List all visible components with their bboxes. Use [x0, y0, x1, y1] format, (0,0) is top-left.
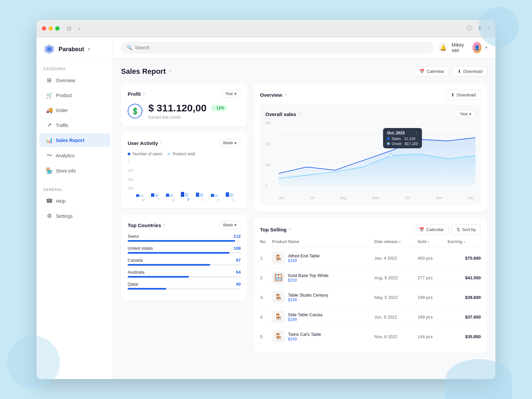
- product-name: Twins Cal's Table: [288, 332, 321, 337]
- overview-card: Overview ? ⬆ Download: [253, 83, 487, 212]
- sidebar-item-analytics[interactable]: 〜 Analytics: [39, 148, 110, 163]
- x-label: M: [136, 198, 151, 202]
- row-sold: 277 pcs: [418, 275, 448, 280]
- row-sold: 400 pcs: [418, 256, 448, 261]
- ua-filter[interactable]: Week ▾: [219, 139, 241, 147]
- order-icon: 🚚: [46, 107, 53, 114]
- x-label: S: [211, 198, 226, 202]
- countries-filter[interactable]: Week ▾: [219, 221, 241, 229]
- x-label: F: [196, 198, 211, 202]
- date-sort-icon: ▾: [399, 240, 401, 244]
- country-count: 87: [236, 258, 241, 263]
- top-selling-help-icon[interactable]: ?: [289, 227, 291, 232]
- category-section-label: CATEGORY: [37, 62, 113, 73]
- product-name: Alfred End Table: [288, 253, 320, 258]
- profit-help-icon[interactable]: ?: [143, 91, 145, 96]
- header-actions: 📅 Calendar ⬇ Download: [414, 66, 487, 76]
- table-row: 5. 🪑 Twins Cal's Table $249 Nov, 8 2022 …: [260, 327, 481, 346]
- sidebar-item-product[interactable]: 🛒 Product: [39, 88, 110, 102]
- product-name: Side Table Cassia: [288, 312, 323, 317]
- settings-icon: ⚙: [46, 212, 53, 219]
- info-icon[interactable]: ⓘ: [467, 25, 472, 32]
- progress-bar-fill: [128, 240, 235, 242]
- row-sold: 199 pcs: [418, 295, 448, 300]
- new-tab-icon[interactable]: +: [487, 25, 490, 32]
- chart-y-labels: 600 400 200 0: [128, 160, 133, 197]
- col-sold-header[interactable]: Sold ▾: [418, 239, 448, 244]
- table-row: 2. 🪟 Gold Base Top White $150 Aug, 9 202…: [260, 268, 481, 288]
- search-icon: 🔍: [127, 45, 132, 50]
- back-icon[interactable]: ‹: [78, 26, 80, 32]
- overall-filter[interactable]: Year ▾: [456, 110, 475, 118]
- top-selling-calendar-button[interactable]: 📅 Calendar: [414, 224, 449, 235]
- title-bar: ⊡ ‹ ⓘ ⬆ +: [37, 20, 495, 37]
- overview-help-icon[interactable]: ?: [284, 92, 287, 97]
- store-info-icon: 🏪: [46, 167, 53, 174]
- earning-sort-icon: ▾: [464, 240, 465, 244]
- page-help-icon[interactable]: ?: [169, 68, 171, 74]
- row-number: 3.: [260, 295, 272, 300]
- product-price: $199: [288, 317, 323, 322]
- x-labels: MTWTFSS: [136, 198, 241, 202]
- x-label: T: [181, 198, 196, 202]
- bar-products: [140, 195, 143, 197]
- countries-title: Top Countries: [128, 222, 161, 228]
- ts-calendar-icon: 📅: [419, 227, 424, 232]
- avatar: 👤: [472, 42, 481, 53]
- profit-filter[interactable]: Year ▾: [221, 90, 241, 98]
- overview-icon: ⊞: [46, 77, 53, 84]
- notification-button[interactable]: 🔔: [439, 42, 448, 53]
- sidebar-item-sales-report[interactable]: 📊 Sales Report: [39, 133, 110, 147]
- col-earning-header[interactable]: Earning ▾: [448, 239, 481, 244]
- product-thumbnail: 🪑: [272, 291, 285, 304]
- sidebar-item-overview[interactable]: ⊞ Overview: [39, 73, 110, 87]
- user-activity-title: User Activity: [128, 140, 158, 146]
- calendar-button[interactable]: 📅 Calendar: [414, 66, 449, 76]
- filter-chevron-icon: ▾: [234, 91, 236, 96]
- countries-help-icon[interactable]: ?: [163, 223, 166, 228]
- legend-users: Number of users: [128, 152, 162, 156]
- help-icon: ☎: [46, 198, 53, 204]
- sort-by-button[interactable]: ⇅ Sort by: [452, 224, 481, 235]
- sidebar-toggle-icon[interactable]: ⊡: [67, 25, 71, 32]
- download-button[interactable]: ⬇ Download: [453, 66, 487, 76]
- bar-products: [215, 195, 218, 197]
- overview-download-button[interactable]: ⬆ Download: [446, 90, 481, 100]
- row-sold: 144 pcs: [418, 334, 448, 339]
- brand-dropdown-icon[interactable]: ▾: [88, 47, 90, 52]
- search-input[interactable]: [135, 45, 428, 50]
- app-layout: M Parabeut ▾ CATEGORY ⊞ Overview 🛒 Produ…: [37, 37, 495, 379]
- row-product: 🪑 Alfred End Table $189: [272, 252, 374, 264]
- list-item: United states 108: [128, 246, 241, 254]
- sidebar-item-order[interactable]: 🚚 Order: [39, 103, 110, 117]
- progress-bar-fill: [128, 276, 189, 278]
- user-dropdown-icon[interactable]: ▾: [485, 45, 487, 50]
- share-icon[interactable]: ⬆: [477, 25, 482, 32]
- bar-group: [136, 194, 151, 197]
- list-item: Canada 87: [128, 258, 241, 266]
- sidebar-item-help[interactable]: ☎ Help: [39, 194, 110, 208]
- bar-products: [155, 194, 158, 197]
- col-date-header[interactable]: Date release ▾: [374, 239, 418, 244]
- overview-header: Overview ? ⬆ Download: [260, 90, 481, 100]
- ua-help-icon[interactable]: ?: [160, 141, 162, 146]
- close-button[interactable]: [42, 26, 46, 31]
- main-content: 🔍 🔔 Mikey san 👤 ▾ Sales Report: [113, 37, 495, 379]
- sidebar-item-settings[interactable]: ⚙ Settings: [39, 209, 110, 223]
- user-activity-card: User Activity ? Week ▾: [121, 132, 247, 208]
- sidebar-item-store-info[interactable]: 🏪 Store info: [39, 164, 110, 178]
- legend-products: Product sold: [168, 152, 195, 156]
- product-price: $249: [288, 337, 321, 341]
- sidebar-item-traffic[interactable]: ↗ Traffic: [39, 118, 110, 132]
- maximize-button[interactable]: [55, 26, 60, 31]
- product-price: $150: [288, 278, 329, 283]
- country-count: 64: [236, 270, 241, 275]
- progress-bar-fill: [128, 288, 166, 290]
- search-container: 🔍: [121, 42, 433, 53]
- overall-help-icon[interactable]: ?: [298, 112, 301, 117]
- minimize-button[interactable]: [49, 26, 53, 31]
- row-date: Aug, 9 2022: [374, 275, 418, 280]
- profit-card: Profit ? Year ▾ 💲: [121, 83, 247, 126]
- row-date: Nov, 8 2022: [374, 334, 418, 339]
- table-header: No. Product Name Date release ▾ Sold ▾: [260, 239, 481, 247]
